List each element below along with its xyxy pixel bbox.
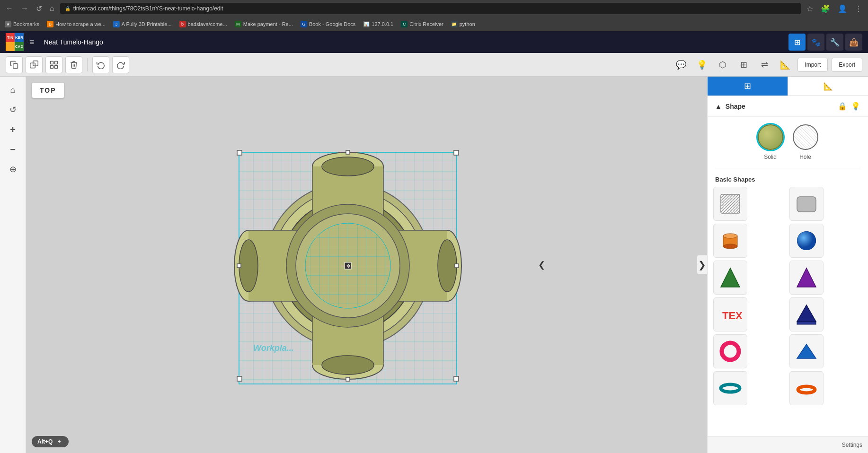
undo-button[interactable] bbox=[92, 56, 109, 73]
shape-torus-orange[interactable] bbox=[789, 371, 824, 405]
bookmark-2-icon: 3 bbox=[113, 21, 120, 27]
bookmark-7[interactable]: C Citrix Receiver bbox=[401, 21, 443, 27]
shape-prism-dark[interactable] bbox=[789, 297, 824, 331]
shape-box-stripes[interactable] bbox=[713, 187, 747, 221]
shape-pyramid-green[interactable] bbox=[713, 261, 747, 295]
tinkercad-logo: TIN KER CAD bbox=[6, 33, 24, 51]
home-view-button[interactable]: ⌂ bbox=[4, 81, 21, 98]
viewport[interactable]: TOP Workpla... bbox=[26, 77, 707, 453]
orbit-button[interactable]: ↺ bbox=[4, 101, 21, 118]
import-button[interactable]: Import bbox=[797, 58, 828, 72]
extension-button[interactable]: 🧩 bbox=[819, 2, 832, 15]
view-align-button[interactable]: ⊞ bbox=[735, 56, 752, 73]
hole-type-button[interactable]: Hole bbox=[793, 124, 818, 160]
back-button[interactable]: ← bbox=[4, 2, 15, 15]
shape-box-rounded[interactable] bbox=[789, 187, 824, 221]
topbar-icons: ⊞ 🐾 🔧 👜 bbox=[788, 34, 862, 51]
view-mirror-button[interactable]: ⇌ bbox=[756, 56, 773, 73]
zoom-out-button[interactable]: − bbox=[4, 141, 21, 158]
menu-button[interactable]: ⋮ bbox=[853, 2, 864, 15]
svg-rect-53 bbox=[721, 194, 740, 213]
svg-rect-4 bbox=[55, 61, 58, 64]
shape-header-icons: 🔒 💡 bbox=[838, 102, 860, 111]
shapes-category-label: Basic Shapes bbox=[711, 172, 864, 185]
shape-sphere[interactable] bbox=[789, 224, 824, 258]
bookmark-6[interactable]: 📊 127.0.0.1 bbox=[363, 21, 393, 27]
home-button[interactable]: ⌂ bbox=[48, 2, 56, 15]
shape-pyramid-purple[interactable] bbox=[789, 261, 824, 295]
grid-view-button[interactable]: ⊞ bbox=[788, 34, 806, 51]
svg-text:Workpla...: Workpla... bbox=[253, 343, 294, 353]
svg-rect-6 bbox=[55, 65, 58, 68]
keyboard-shortcut-badge: Alt+Q + bbox=[32, 436, 69, 447]
shape-text-red[interactable]: TEXT bbox=[713, 297, 747, 331]
collapse-right-arrow[interactable]: ❯ bbox=[697, 255, 707, 274]
shape-collapse-icon[interactable]: ▲ bbox=[715, 103, 722, 110]
svg-point-68 bbox=[798, 386, 815, 393]
hamburger-icon[interactable]: ≡ bbox=[29, 37, 35, 47]
shape-torus-teal[interactable] bbox=[713, 371, 747, 405]
copy-button[interactable] bbox=[6, 56, 23, 73]
view-comment-button[interactable]: 💬 bbox=[673, 56, 690, 73]
address-bar[interactable]: 🔒 tinkercad.com/things/78O2tsB1nYS-neat-… bbox=[60, 3, 801, 14]
paw-button[interactable]: 🐾 bbox=[807, 34, 824, 51]
bookmark-4[interactable]: M Make payment - Re... bbox=[235, 21, 293, 27]
bag-button[interactable]: 👜 bbox=[845, 34, 862, 51]
group-button[interactable] bbox=[45, 56, 62, 73]
logo-br: CAD bbox=[15, 42, 24, 51]
delete-button[interactable] bbox=[65, 56, 82, 73]
shape-prism-blue[interactable] bbox=[789, 334, 824, 368]
shape-torus-pink[interactable] bbox=[713, 334, 747, 368]
reload-button[interactable]: ↺ bbox=[34, 2, 44, 15]
app-topbar: TIN KER CAD ≡ Neat Tumelo-Hango ⊞ 🐾 🔧 👜 bbox=[0, 31, 868, 53]
shape-header: ▲ Shape 🔒 💡 bbox=[708, 96, 868, 117]
bookmark-3[interactable]: b badslava/come... bbox=[179, 21, 227, 27]
forward-button[interactable]: → bbox=[19, 2, 30, 15]
shape-bulb-icon[interactable]: 💡 bbox=[851, 102, 860, 111]
app-main: ⌂ ↺ + − ⊕ TOP bbox=[0, 77, 868, 453]
bookmarks-manager[interactable]: ★ Bookmarks bbox=[5, 21, 39, 27]
bookmark-6-icon: 📊 bbox=[363, 21, 370, 27]
toolbar-separator-1 bbox=[87, 58, 88, 71]
shapes-grid: TEXT bbox=[711, 185, 864, 407]
svg-rect-46 bbox=[346, 150, 350, 154]
svg-point-57 bbox=[723, 244, 737, 249]
grid-view-mode-button[interactable]: ⊞ bbox=[708, 77, 788, 96]
view-light-button[interactable]: 💡 bbox=[693, 56, 710, 73]
shape-panel: ▲ Shape 🔒 💡 Solid Hole bbox=[708, 96, 868, 436]
bookmark-1[interactable]: B How to scrape a we... bbox=[47, 21, 106, 27]
bookmark-5[interactable]: G Book - Google Docs bbox=[301, 21, 355, 27]
tools-button[interactable]: 🔧 bbox=[826, 34, 843, 51]
logo-bl bbox=[6, 42, 15, 51]
bookmarks-label: Bookmarks bbox=[13, 21, 39, 27]
shape-cylinder[interactable] bbox=[713, 224, 747, 258]
duplicate-button[interactable] bbox=[26, 56, 43, 73]
svg-rect-48 bbox=[237, 264, 241, 268]
profile-button[interactable]: 👤 bbox=[836, 2, 849, 15]
left-sidebar: ⌂ ↺ + − ⊕ bbox=[0, 77, 26, 453]
shape-panel-title: Shape bbox=[726, 103, 834, 110]
shapes-library: Basic Shapes bbox=[708, 168, 868, 411]
svg-marker-63 bbox=[797, 305, 816, 322]
svg-point-23 bbox=[322, 356, 374, 375]
view-shape-button[interactable]: ⬡ bbox=[714, 56, 731, 73]
zoom-in-button[interactable]: + bbox=[4, 121, 21, 138]
collapse-panel-arrow[interactable]: ❮ bbox=[537, 256, 546, 274]
fit-button[interactable]: ⊕ bbox=[4, 161, 21, 178]
svg-point-59 bbox=[797, 231, 816, 250]
bookmark-8[interactable]: 📁 python bbox=[451, 21, 475, 27]
bookmark-button[interactable]: ☆ bbox=[805, 2, 815, 15]
detail-view-mode-button[interactable]: 📐 bbox=[788, 77, 868, 96]
3d-object: Workpla... bbox=[225, 143, 471, 417]
export-button[interactable]: Export bbox=[832, 58, 862, 72]
redo-button[interactable] bbox=[112, 56, 129, 73]
bookmark-8-icon: 📁 bbox=[451, 21, 458, 27]
bookmarks-icon: ★ bbox=[5, 21, 11, 27]
view-3d-button[interactable]: 📐 bbox=[777, 56, 794, 73]
top-label: TOP bbox=[32, 82, 64, 98]
solid-type-button[interactable]: Solid bbox=[758, 124, 783, 160]
bookmark-2[interactable]: 3 A Fully 3D Printable... bbox=[113, 21, 172, 27]
settings-button[interactable]: Settings bbox=[842, 442, 862, 448]
app-title: Neat Tumelo-Hango bbox=[44, 38, 783, 46]
shape-lock-icon[interactable]: 🔒 bbox=[838, 102, 847, 111]
